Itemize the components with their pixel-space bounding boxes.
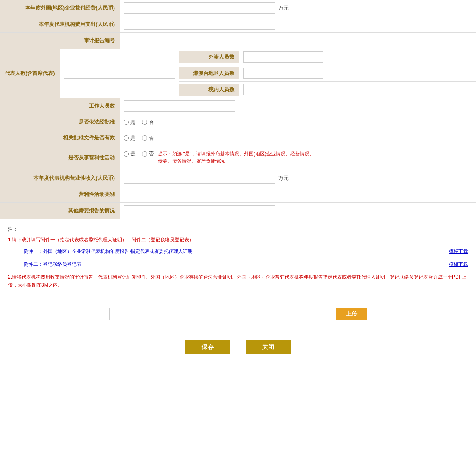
foreign-fund-label: 本年度外国(地区)企业拨付经费(人民币) [0, 0, 120, 16]
other-label: 其他需要报告的情况 [0, 203, 120, 219]
foreign-fund-value: 万元 [120, 0, 476, 16]
approved-no-radio[interactable] [142, 120, 147, 125]
rep-count-label: 代表人数(含首席代表) [0, 49, 60, 98]
form-container: 本年度外国(地区)企业拨付经费(人民币) 万元 本年度代表机构费用支出(人民币)… [0, 0, 476, 362]
upload-section: 上传 [0, 300, 476, 328]
business-no-radio[interactable] [142, 151, 147, 157]
hmt-staff-label: 港澳台地区人员数 [179, 67, 239, 79]
row-hmt-staff: 港澳台地区人员数 [179, 65, 476, 82]
row-audit-no: 审计报告编号 [0, 33, 476, 49]
attachment2-label: 附件二：登记联络员登记表 [24, 261, 441, 268]
business-no-option[interactable]: 否 [142, 150, 154, 157]
row-biz-type: 营利性活动类别 [0, 186, 476, 203]
audit-no-input[interactable] [124, 35, 275, 46]
row-business: 是否从事营利性活动 是 否 提示：如选 "是"，请填报外商基本情况、外国(地区)… [0, 146, 476, 170]
row-revenue: 本年度代表机构营业性收入(人民币) 万元 [0, 170, 476, 186]
hmt-staff-input[interactable] [243, 68, 323, 79]
approved-yes-option[interactable]: 是 [124, 119, 136, 126]
foreign-staff-value [239, 49, 476, 65]
notes-section: 注： 1.请下载并填写附件一（指定代表或者委托代理人证明）、附件二（登记联络员登… [0, 219, 476, 296]
revenue-unit: 万元 [278, 175, 289, 182]
other-input[interactable] [124, 205, 275, 216]
rep-expense-value [120, 16, 476, 32]
row-rep-expense: 本年度代表机构费用支出(人民币) [0, 16, 476, 33]
audit-no-label: 审计报告编号 [0, 33, 120, 49]
domestic-staff-input[interactable] [243, 84, 323, 95]
doc-valid-value: 是 否 [120, 130, 476, 146]
biz-type-value [120, 186, 476, 202]
rep-expense-input[interactable] [124, 19, 275, 30]
biz-type-input[interactable] [124, 189, 275, 200]
doc-valid-no-label: 否 [149, 135, 154, 142]
row-domestic-staff: 境内人员数 [179, 82, 476, 98]
hmt-staff-value [239, 65, 476, 81]
business-yes-label: 是 [130, 150, 136, 157]
domestic-staff-label: 境内人员数 [179, 84, 239, 96]
doc-valid-yes-option[interactable]: 是 [124, 135, 136, 142]
approved-no-label: 否 [149, 119, 154, 126]
doc-valid-yes-label: 是 [130, 135, 136, 142]
business-no-label: 否 [149, 150, 154, 157]
upload-file-input[interactable] [109, 308, 332, 320]
attachment2-row: 附件二：登记联络员登记表 模板下载 [8, 259, 468, 270]
rep-right-section: 外籍人员数 港澳台地区人员数 境内人员数 [179, 49, 476, 98]
business-radio-group: 是 否 [124, 150, 154, 157]
revenue-value: 万元 [120, 170, 476, 186]
row-workers: 工作人员数 [0, 98, 476, 114]
row-rep-count: 代表人数(含首席代表) 外籍人员数 港澳台地区人员数 境内人员数 [0, 49, 476, 98]
approved-yes-label: 是 [130, 119, 136, 126]
business-yes-option[interactable]: 是 [124, 150, 136, 157]
approved-no-option[interactable]: 否 [142, 119, 154, 126]
approved-value: 是 否 [120, 114, 476, 130]
attachment1-text: 附件一：外国（地区）企业常驻代表机构年度报告 指定代表或者委托代理人证明 [24, 249, 193, 254]
revenue-input[interactable] [124, 173, 275, 184]
attachment2-text: 附件二：登记联络员登记表 [24, 261, 81, 267]
workers-label: 工作人员数 [0, 98, 120, 114]
attachment1-download-link[interactable]: 模板下载 [449, 248, 468, 255]
doc-valid-yes-radio[interactable] [124, 135, 129, 141]
rep-count-value [60, 49, 179, 98]
doc-valid-no-radio[interactable] [142, 135, 147, 141]
business-label: 是否从事营利性活动 [0, 146, 120, 170]
rep-count-input[interactable] [64, 68, 175, 79]
attachment1-label: 附件一：外国（地区）企业常驻代表机构年度报告 指定代表或者委托代理人证明 [24, 248, 441, 255]
foreign-staff-input[interactable] [243, 51, 323, 63]
rep-expense-label: 本年度代表机构费用支出(人民币) [0, 16, 120, 32]
business-tip: 提示：如选 "是"，请填报外商基本情况、外国(地区)企业情况、经营情况、债券、债… [158, 150, 317, 165]
row-foreign-fund: 本年度外国(地区)企业拨付经费(人民币) 万元 [0, 0, 476, 16]
doc-valid-label: 相关批准文件是否有效 [0, 130, 120, 146]
workers-value [120, 98, 476, 114]
close-button[interactable]: 关闭 [246, 340, 291, 354]
biz-type-label: 营利性活动类别 [0, 186, 120, 202]
notes-title: 注： [8, 226, 468, 233]
foreign-fund-input[interactable] [124, 2, 275, 14]
workers-input[interactable] [124, 100, 235, 112]
doc-valid-radio-group: 是 否 [124, 135, 154, 142]
foreign-fund-unit: 万元 [278, 4, 289, 12]
row-approved: 是否依法经批准 是 否 [0, 114, 476, 130]
approved-yes-radio[interactable] [124, 120, 129, 125]
business-value: 是 否 提示：如选 "是"，请填报外商基本情况、外国(地区)企业情况、经营情况、… [120, 146, 476, 170]
save-button[interactable]: 保存 [185, 340, 230, 354]
attachment2-download-link[interactable]: 模板下载 [449, 261, 468, 268]
approved-label: 是否依法经批准 [0, 114, 120, 130]
revenue-label: 本年度代表机构营业性收入(人民币) [0, 170, 120, 186]
upload-button[interactable]: 上传 [336, 308, 367, 320]
notes-item2: 2.请将代表机构费用收支情况的审计报告、代表机构登记证复印件、外国（地区）企业存… [8, 273, 468, 289]
other-value [120, 203, 476, 219]
doc-valid-no-option[interactable]: 否 [142, 135, 154, 142]
business-yes-radio[interactable] [124, 151, 129, 157]
foreign-staff-label: 外籍人员数 [179, 51, 239, 63]
row-other: 其他需要报告的情况 [0, 203, 476, 219]
audit-no-value [120, 33, 476, 49]
bottom-buttons: 保存 关闭 [0, 332, 476, 362]
row-foreign-staff: 外籍人员数 [179, 49, 476, 65]
approved-radio-group: 是 否 [124, 119, 154, 126]
domestic-staff-value [239, 82, 476, 98]
notes-item1: 1.请下载并填写附件一（指定代表或者委托代理人证明）、附件二（登记联络员登记表） [8, 236, 468, 244]
attachment1-row: 附件一：外国（地区）企业常驻代表机构年度报告 指定代表或者委托代理人证明 模板下… [8, 246, 468, 257]
row-doc-valid: 相关批准文件是否有效 是 否 [0, 130, 476, 146]
